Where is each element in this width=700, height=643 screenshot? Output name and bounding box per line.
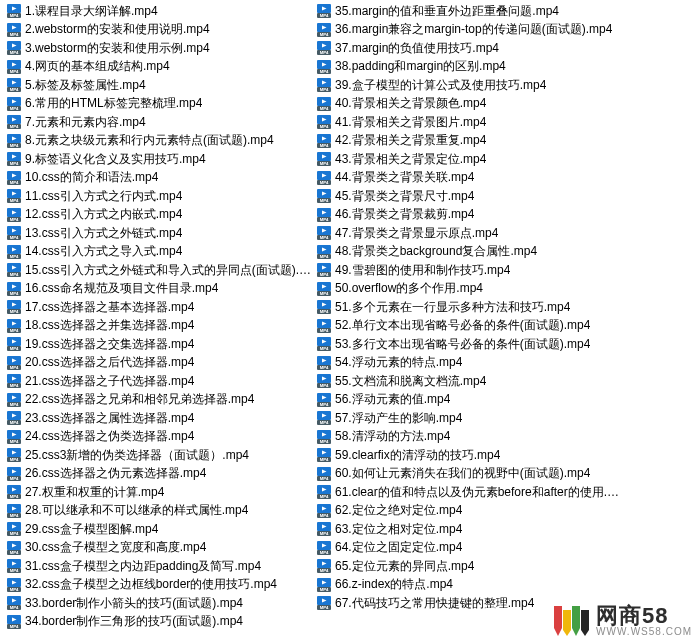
watermark-url: WWW.WS58.COM (596, 627, 692, 637)
file-item[interactable]: MP435.margin的值和垂直外边距重叠问题.mp4 (314, 2, 624, 21)
file-item[interactable]: MP432.css盒子模型之边框线border的使用技巧.mp4 (4, 576, 314, 595)
file-item[interactable]: MP427.权重和权重的计算.mp4 (4, 483, 314, 502)
file-item[interactable]: MP438.padding和margin的区别.mp4 (314, 58, 624, 77)
file-item[interactable]: MP456.浮动元素的值.mp4 (314, 391, 624, 410)
mp4-file-icon: MP4 (316, 281, 332, 297)
file-item[interactable]: MP457.浮动产生的影响.mp4 (314, 409, 624, 428)
file-item[interactable]: MP428.可以继承和不可以继承的样式属性.mp4 (4, 502, 314, 521)
file-item[interactable]: MP49.标签语义化含义及实用技巧.mp4 (4, 150, 314, 169)
svg-text:MP4: MP4 (320, 513, 329, 518)
svg-text:MP4: MP4 (10, 50, 19, 55)
mp4-file-icon: MP4 (6, 484, 22, 500)
file-item[interactable]: MP462.定位之绝对定位.mp4 (314, 502, 624, 521)
mp4-file-icon: MP4 (316, 355, 332, 371)
file-name-label: 13.css引入方式之外链式.mp4 (25, 225, 182, 242)
file-item[interactable]: MP411.css引入方式之行内式.mp4 (4, 187, 314, 206)
file-item[interactable]: MP441.背景相关之背景图片.mp4 (314, 113, 624, 132)
file-item[interactable]: MP410.css的简介和语法.mp4 (4, 169, 314, 188)
file-item[interactable]: MP423.css选择器之属性选择器.mp4 (4, 409, 314, 428)
file-item[interactable]: MP433.border制作小箭头的技巧(面试题).mp4 (4, 594, 314, 613)
file-item[interactable]: MP41.课程目录大纲详解.mp4 (4, 2, 314, 21)
svg-text:MP4: MP4 (320, 328, 329, 333)
mp4-file-icon: MP4 (6, 355, 22, 371)
file-item[interactable]: MP416.css命名规范及项目文件目录.mp4 (4, 280, 314, 299)
mp4-file-icon: MP4 (6, 503, 22, 519)
file-item[interactable]: MP452.单行文本出现省略号必备的条件(面试题).mp4 (314, 317, 624, 336)
file-item[interactable]: MP445.背景类之背景尺寸.mp4 (314, 187, 624, 206)
file-item[interactable]: MP436.margin兼容之margin-top的传递问题(面试题).mp4 (314, 21, 624, 40)
file-item[interactable]: MP447.背景类之背景显示原点.mp4 (314, 224, 624, 243)
file-name-label: 7.元素和元素内容.mp4 (25, 114, 146, 131)
file-item[interactable]: MP455.文档流和脱离文档流.mp4 (314, 372, 624, 391)
file-item[interactable]: MP448.背景类之background复合属性.mp4 (314, 243, 624, 262)
file-item[interactable]: MP415.css引入方式之外链式和导入式的异同点(面试题).mp4 (4, 261, 314, 280)
file-item[interactable]: MP417.css选择器之基本选择器.mp4 (4, 298, 314, 317)
mp4-file-icon: MP4 (6, 114, 22, 130)
file-item[interactable]: MP466.z-index的特点.mp4 (314, 576, 624, 595)
file-item[interactable]: MP444.背景类之背景关联.mp4 (314, 169, 624, 188)
file-item[interactable]: MP44.网页的基本组成结构.mp4 (4, 58, 314, 77)
file-item[interactable]: MP434.border制作三角形的技巧(面试题).mp4 (4, 613, 314, 632)
mp4-file-icon: MP4 (316, 40, 332, 56)
svg-text:MP4: MP4 (320, 476, 329, 481)
svg-text:MP4: MP4 (320, 365, 329, 370)
svg-text:MP4: MP4 (320, 87, 329, 92)
mp4-file-icon: MP4 (6, 225, 22, 241)
file-item[interactable]: MP426.css选择器之伪元素选择器.mp4 (4, 465, 314, 484)
file-item[interactable]: MP42.webstorm的安装和使用说明.mp4 (4, 21, 314, 40)
file-item[interactable]: MP449.雪碧图的使用和制作技巧.mp4 (314, 261, 624, 280)
file-item[interactable]: MP460.如何让元素消失在我们的视野中(面试题).mp4 (314, 465, 624, 484)
file-explorer-list: MP41.课程目录大纲详解.mp4MP42.webstorm的安装和使用说明.m… (0, 0, 700, 633)
file-item[interactable]: MP454.浮动元素的特点.mp4 (314, 354, 624, 373)
file-item[interactable]: MP450.overflow的多个作用.mp4 (314, 280, 624, 299)
mp4-file-icon: MP4 (6, 540, 22, 556)
file-item[interactable]: MP459.clearfix的清浮动的技巧.mp4 (314, 446, 624, 465)
file-name-label: 20.css选择器之后代选择器.mp4 (25, 354, 194, 371)
svg-text:MP4: MP4 (10, 254, 19, 259)
file-item[interactable]: MP461.clear的值和特点以及伪元素before和after的使用.mp4 (314, 483, 624, 502)
file-item[interactable]: MP465.定位元素的异同点.mp4 (314, 557, 624, 576)
mp4-file-icon: MP4 (316, 503, 332, 519)
file-item[interactable]: MP418.css选择器之并集选择器.mp4 (4, 317, 314, 336)
file-name-label: 25.css3新增的伪类选择器（面试题）.mp4 (25, 447, 249, 464)
svg-text:MP4: MP4 (320, 180, 329, 185)
mp4-file-icon: MP4 (6, 577, 22, 593)
file-item[interactable]: MP424.css选择器之伪类选择器.mp4 (4, 428, 314, 447)
file-item[interactable]: MP45.标签及标签属性.mp4 (4, 76, 314, 95)
file-item[interactable]: MP451.多个元素在一行显示多种方法和技巧.mp4 (314, 298, 624, 317)
file-item[interactable]: MP421.css选择器之子代选择器.mp4 (4, 372, 314, 391)
svg-text:MP4: MP4 (320, 13, 329, 18)
svg-text:MP4: MP4 (320, 291, 329, 296)
file-item[interactable]: MP420.css选择器之后代选择器.mp4 (4, 354, 314, 373)
file-item[interactable]: MP446.背景类之背景裁剪.mp4 (314, 206, 624, 225)
file-item[interactable]: MP422.css选择器之兄弟和相邻兄弟选择器.mp4 (4, 391, 314, 410)
file-item[interactable]: MP429.css盒子模型图解.mp4 (4, 520, 314, 539)
file-item[interactable]: MP46.常用的HTML标签完整梳理.mp4 (4, 95, 314, 114)
file-item[interactable]: MP437.margin的负值使用技巧.mp4 (314, 39, 624, 58)
file-item[interactable]: MP413.css引入方式之外链式.mp4 (4, 224, 314, 243)
mp4-file-icon: MP4 (316, 299, 332, 315)
file-item[interactable]: MP430.css盒子模型之宽度和高度.mp4 (4, 539, 314, 558)
file-name-label: 57.浮动产生的影响.mp4 (335, 410, 462, 427)
file-item[interactable]: MP443.背景相关之背景定位.mp4 (314, 150, 624, 169)
file-item[interactable]: MP425.css3新增的伪类选择器（面试题）.mp4 (4, 446, 314, 465)
file-item[interactable]: MP440.背景相关之背景颜色.mp4 (314, 95, 624, 114)
svg-text:MP4: MP4 (10, 32, 19, 37)
file-item[interactable]: MP414.css引入方式之导入式.mp4 (4, 243, 314, 262)
file-item[interactable]: MP439.盒子模型的计算公式及使用技巧.mp4 (314, 76, 624, 95)
file-item[interactable]: MP47.元素和元素内容.mp4 (4, 113, 314, 132)
mp4-file-icon: MP4 (316, 114, 332, 130)
file-item[interactable]: MP419.css选择器之交集选择器.mp4 (4, 335, 314, 354)
file-item[interactable]: MP463.定位之相对定位.mp4 (314, 520, 624, 539)
file-item[interactable]: MP48.元素之块级元素和行内元素特点(面试题).mp4 (4, 132, 314, 151)
file-name-label: 29.css盒子模型图解.mp4 (25, 521, 158, 538)
file-item[interactable]: MP43.webstorm的安装和使用示例.mp4 (4, 39, 314, 58)
svg-text:MP4: MP4 (10, 605, 19, 610)
file-item[interactable]: MP412.css引入方式之内嵌式.mp4 (4, 206, 314, 225)
file-item[interactable]: MP458.清浮动的方法.mp4 (314, 428, 624, 447)
file-item[interactable]: MP453.多行文本出现省略号必备的条件(面试题).mp4 (314, 335, 624, 354)
file-item[interactable]: MP442.背景相关之背景重复.mp4 (314, 132, 624, 151)
file-item[interactable]: MP431.css盒子模型之内边距padding及简写.mp4 (4, 557, 314, 576)
file-item[interactable]: MP464.定位之固定定位.mp4 (314, 539, 624, 558)
svg-text:MP4: MP4 (10, 568, 19, 573)
